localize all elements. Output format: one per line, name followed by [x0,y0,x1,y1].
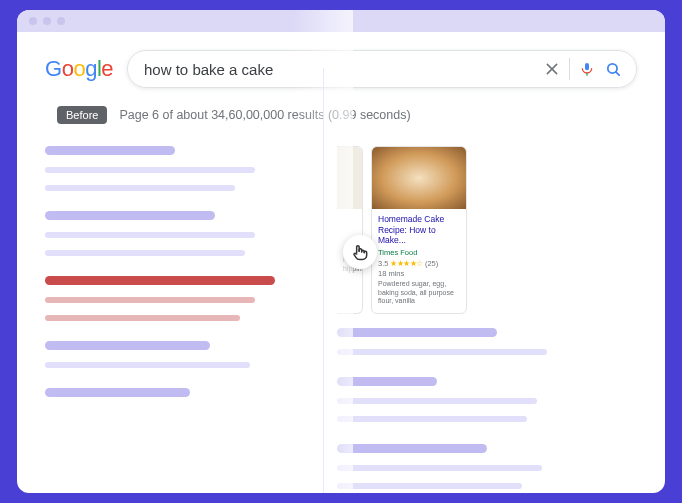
recipe-desc: Powdered sugar, egg, baking soda, all pu… [378,280,460,306]
svg-line-3 [615,71,618,74]
search-divider [569,58,570,80]
cursor-pointer-icon [350,242,370,262]
result-line-placeholder [337,349,547,355]
google-logo[interactable]: Google [45,56,113,82]
recipe-thumb [337,147,362,209]
window-control-dot[interactable] [43,17,51,25]
result-line-placeholder [337,398,537,404]
recipe-time: 18 mins [378,269,460,278]
browser-window: Google Before Page 6 of about 34,60,00,0… [17,10,665,493]
before-badge: Before [57,106,107,124]
search-bar [127,50,637,88]
recipe-thumb [372,147,466,209]
result-title-placeholder [337,328,497,337]
recipe-title: Homemade Cake Recipe: How to Make... [378,214,460,246]
recipe-card[interactable]: Homemade Cake Recipe: How to Make... Tim… [371,146,467,314]
recipe-card[interactable]: ne hipping [337,146,363,314]
after-view: ne hipping Homemade Cake Recipe: How to … [45,130,637,493]
result-stats: Page 6 of about 34,60,00,000 results (0.… [119,108,410,122]
result-title-placeholder [337,444,487,453]
recipe-rating: 3.5 ★★★★☆ (25) [378,259,460,268]
svg-rect-0 [585,63,589,70]
window-control-dot[interactable] [57,17,65,25]
window-titlebar [17,10,665,32]
mic-icon[interactable] [574,56,600,82]
header-row: Google [45,50,637,88]
results-meta: Before Page 6 of about 34,60,00,000 resu… [45,106,637,124]
comparison-handle[interactable] [343,235,377,269]
star-icon: ★★★★☆ [390,259,423,268]
result-line-placeholder [337,416,527,422]
clear-icon[interactable] [539,56,565,82]
result-title-placeholder [337,377,437,386]
search-input[interactable] [144,61,539,78]
page-content: Google Before Page 6 of about 34,60,00,0… [17,32,665,124]
result-line-placeholder [337,483,522,489]
result-line-placeholder [337,465,542,471]
search-icon[interactable] [600,56,626,82]
recipe-source: Times Food [378,248,460,257]
window-control-dot[interactable] [29,17,37,25]
recipe-carousel[interactable]: ne hipping Homemade Cake Recipe: How to … [337,146,625,314]
